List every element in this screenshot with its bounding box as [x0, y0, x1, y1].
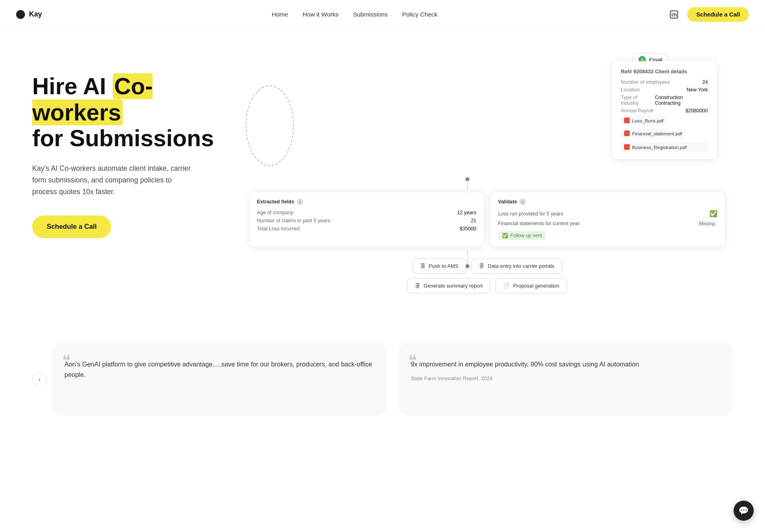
hero-title: Hire AI Co-workers for Submissions	[32, 73, 242, 151]
extract-label-loss: Total Loss Incurred:	[257, 226, 301, 232]
extracted-fields-card: Extracted fields i Age of company: 12 ye…	[250, 192, 484, 246]
validate-label-loss-run: Loss run provided for 5 years	[498, 211, 563, 217]
extract-row-loss: Total Loss Incurred: $35000	[257, 226, 476, 232]
followup-badge: ✅ Follow-up sent	[498, 231, 546, 240]
validate-label-financial: Financial statements for current year:	[498, 221, 581, 226]
push-to-ams-button[interactable]: 🗄 Push to AMS	[413, 259, 466, 273]
client-label-location: Location	[621, 87, 640, 93]
client-details-card: Ref# 9208433 Client details Number of em…	[612, 61, 717, 159]
extracted-info-icon: i	[297, 199, 303, 205]
nav-how-it-works[interactable]: How it Works	[302, 11, 338, 18]
hero-subtitle: Kay's AI Co-workers automate client inta…	[32, 163, 193, 198]
extracted-label: Extracted fields	[257, 199, 294, 205]
validate-card: Validate i Loss run provided for 5 years…	[491, 192, 725, 246]
navbar: Kay Home How it Works Submissions Policy…	[0, 0, 765, 29]
file-name-3: Business_Registration.pdf	[632, 145, 687, 150]
linkedin-icon[interactable]	[667, 8, 681, 21]
client-label-employees: Number of employees	[621, 79, 670, 85]
validate-info-icon: i	[519, 199, 526, 205]
proposal-gen-label: Proposal generation	[513, 283, 559, 289]
followup-area: ✅ Follow-up sent	[498, 230, 717, 240]
extract-label-age: Age of company:	[257, 210, 295, 215]
testimonial-card-1: ❝ Aon's GenAI platform to give competiti…	[52, 343, 387, 416]
client-value-employees: 24	[702, 79, 708, 85]
extract-row-age: Age of company: 12 years	[257, 210, 476, 215]
push-ams-label: Push to AMS	[429, 263, 459, 269]
client-row-location: Location New York	[621, 87, 708, 93]
testimonial-source-2: State Farm Innovation Report, 2024	[411, 375, 721, 381]
summary-report-label: Generate summary report	[424, 283, 483, 289]
quote-icon-1: ❝	[62, 351, 71, 370]
hero-left: Hire AI Co-workers for Submissions Kay's…	[32, 57, 242, 238]
followup-text: Follow-up sent	[510, 233, 542, 238]
testimonial-text-2: 9x improvement in employee productivity,…	[411, 355, 721, 370]
schedule-call-button-hero[interactable]: Schedule a Call	[32, 215, 111, 238]
summary-report-icon: 🗄	[415, 283, 420, 289]
validate-row-financial: Financial statements for current year: M…	[498, 220, 717, 227]
data-entry-icon: 🗄	[479, 263, 484, 269]
pdf-icon-1	[624, 118, 630, 123]
cards-row: Extracted fields i Age of company: 12 ye…	[250, 192, 725, 246]
logo: Kay	[16, 10, 42, 19]
data-entry-button[interactable]: 🗄 Data entry into carrier portals	[471, 259, 562, 273]
logo-dot	[16, 10, 25, 19]
file-loss-runs: Loss_Runs.pdf	[621, 116, 667, 125]
data-entry-label: Data entry into carrier portals	[488, 263, 554, 269]
pdf-icon-3	[624, 144, 630, 150]
nav-submissions[interactable]: Submissions	[353, 11, 388, 18]
client-value-location: New York	[686, 87, 708, 93]
file-financial: Financial_statement.pdf	[621, 128, 685, 138]
summary-report-button[interactable]: 🗄 Generate summary report	[407, 278, 490, 293]
dashed-circle-decoration	[246, 85, 294, 166]
nav-links: Home How it Works Submissions Policy Che…	[272, 11, 438, 18]
client-card-title: Ref# 9208433 Client details	[621, 68, 708, 75]
file-name-2: Financial_statement.pdf	[632, 131, 682, 136]
title-suffix: for Submissions	[32, 125, 214, 151]
actions-row-2: 🗄 Generate summary report 📄 Proposal gen…	[407, 278, 567, 293]
diagram-wrapper: ✉ Email Ref# 9208433 Client details Numb…	[242, 53, 733, 303]
client-value-payroll: $2080000	[686, 108, 708, 114]
title-prefix: Hire AI	[32, 73, 113, 99]
connector-dot-top	[465, 177, 469, 181]
carousel-prev-button[interactable]: ‹	[32, 372, 47, 387]
proposal-gen-icon: 📄	[503, 283, 510, 289]
testimonial-grid: ❝ Aon's GenAI platform to give competiti…	[52, 343, 733, 416]
client-label-payroll: Annual Payroll	[621, 108, 653, 114]
actions-row-1: 🗄 Push to AMS 🗄 Data entry into carrier …	[413, 259, 562, 273]
actions-area: 🗄 Push to AMS 🗄 Data entry into carrier …	[242, 259, 733, 293]
pdf-icon-2	[624, 130, 630, 136]
client-files-row2: Business_Registration.pdf	[621, 142, 708, 152]
extract-value-age: 12 years	[457, 210, 476, 215]
client-value-industry: Construction Contracting	[655, 95, 708, 106]
validate-label: Validate	[498, 199, 517, 205]
extract-value-loss: $35000	[459, 226, 476, 232]
client-row-employees: Number of employees 24	[621, 79, 708, 85]
client-row-payroll: Annual Payroll $2080000	[621, 108, 708, 114]
validate-check-icon-1: ✅	[709, 210, 717, 217]
schedule-call-button-nav[interactable]: Schedule a Call	[687, 7, 749, 22]
extract-label-claims: Number of claims in past 5 years:	[257, 218, 331, 224]
nav-home[interactable]: Home	[272, 11, 288, 18]
validate-row-loss-run: Loss run provided for 5 years ✅	[498, 210, 717, 217]
client-files: Loss_Runs.pdf Financial_statement.pdf	[621, 116, 708, 138]
extract-row-claims: Number of claims in past 5 years: 21	[257, 218, 476, 224]
followup-check-icon: ✅	[502, 233, 508, 238]
extract-value-claims: 21	[471, 218, 476, 224]
file-name-1: Loss_Runs.pdf	[632, 118, 664, 123]
nav-policy-check[interactable]: Policy Check	[402, 11, 438, 18]
testimonial-text-1: Aon's GenAI platform to give competitive…	[64, 355, 374, 380]
file-business-reg: Business_Registration.pdf	[621, 142, 708, 152]
missing-badge: Missing	[696, 220, 717, 227]
quote-icon-2: ❝	[408, 351, 417, 370]
proposal-gen-button[interactable]: 📄 Proposal generation	[496, 278, 567, 293]
testimonials-container: ‹ ❝ Aon's GenAI platform to give competi…	[32, 343, 733, 416]
hero-diagram: ✉ Email Ref# 9208433 Client details Numb…	[242, 53, 733, 303]
testimonials-section: ‹ ❝ Aon's GenAI platform to give competi…	[0, 319, 765, 432]
extracted-title: Extracted fields i	[257, 199, 476, 205]
client-row-industry: Type of industry Construction Contractin…	[621, 95, 708, 106]
hero-section: Hire AI Co-workers for Submissions Kay's…	[0, 29, 765, 319]
client-label-industry: Type of industry	[621, 95, 655, 106]
testimonial-card-2: ❝ 9x improvement in employee productivit…	[399, 343, 733, 416]
validate-title: Validate i	[498, 199, 717, 205]
logo-text: Kay	[29, 10, 42, 19]
